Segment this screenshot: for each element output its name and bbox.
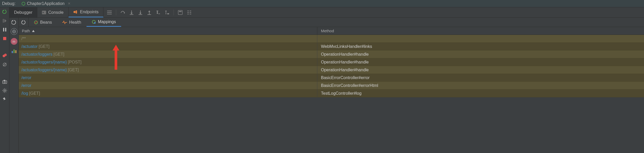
camera-icon[interactable] [2, 79, 7, 84]
cell-method: WebMvcLinksHandler#links [317, 44, 644, 49]
cell-method: BasicErrorController#errorHtml [317, 83, 644, 88]
health-icon [62, 21, 67, 24]
table-row[interactable]: /actuator/loggers/{name} [GET] Operation… [19, 66, 644, 74]
table-row[interactable]: /actuator/loggers/{name} [POST] Operatio… [19, 58, 644, 66]
svg-line-20 [3, 89, 4, 90]
svg-marker-69 [32, 30, 35, 32]
svg-marker-24 [3, 97, 7, 101]
run-config-name: Chapter1Application [27, 1, 65, 6]
svg-point-27 [73, 11, 76, 13]
svg-rect-12 [3, 81, 7, 84]
tab-health-label: Health [69, 20, 81, 25]
pin-icon[interactable] [2, 97, 7, 102]
refresh-endpoints-button[interactable] [11, 20, 17, 25]
layout-icon[interactable] [107, 10, 112, 15]
tab-debugger[interactable]: Debugger [9, 7, 37, 17]
resume-button[interactable] [2, 18, 7, 23]
svg-rect-5 [3, 28, 4, 31]
mute-breakpoints-button[interactable] [2, 62, 7, 67]
stop-button[interactable] [2, 36, 7, 41]
table-row[interactable]: /actuator [GET] WebMvcLinksHandler#links [19, 43, 644, 50]
svg-rect-7 [3, 37, 6, 40]
tab-console[interactable]: Console [37, 7, 69, 17]
cell-verb: [GET] [68, 68, 79, 72]
rerun-button[interactable] [2, 9, 7, 15]
breakpoints-button[interactable] [2, 53, 7, 58]
evaluate-icon[interactable] [178, 10, 183, 15]
svg-marker-35 [131, 13, 133, 14]
mappings-table: Beans Health Mappings Path [19, 18, 644, 153]
svg-point-68 [94, 22, 96, 24]
step-over-icon[interactable] [120, 10, 125, 15]
debug-controls-gutter [0, 7, 9, 153]
main-area: Debugger Console Endpoints [0, 7, 644, 153]
table-row[interactable]: /log [GET] TestLogController#log [19, 90, 644, 97]
separator [116, 10, 116, 15]
tab-mappings[interactable]: Mappings [86, 18, 121, 27]
svg-line-21 [6, 92, 6, 92]
step-into-icon[interactable] [129, 10, 134, 15]
tab-mappings-label: Mappings [98, 20, 116, 24]
refresh-table-button[interactable] [19, 18, 29, 27]
run-configuration-tab[interactable]: Chapter1Application ✕ [19, 1, 73, 7]
table-row[interactable]: /error BasicErrorController#errorHtml [19, 82, 644, 90]
svg-point-14 [4, 81, 5, 83]
table-row[interactable]: /error BasicErrorController#error [19, 74, 644, 82]
tab-beans[interactable]: Beans [29, 18, 57, 27]
svg-rect-6 [5, 28, 6, 31]
toolbar-icons [103, 7, 191, 17]
cell-path: /log [21, 91, 28, 96]
close-icon[interactable]: ✕ [68, 2, 71, 5]
cell-verb: [GET] [29, 91, 40, 96]
tab-endpoints[interactable]: Endpoints [69, 7, 103, 17]
svg-rect-44 [157, 12, 158, 14]
title-bar: Debug: Chapter1Application ✕ [0, 0, 644, 7]
m-icon[interactable]: m [11, 38, 17, 45]
svg-marker-46 [165, 11, 167, 12]
svg-marker-41 [148, 10, 150, 12]
globe-icon[interactable] [11, 28, 17, 35]
step-out-icon[interactable] [147, 10, 152, 15]
svg-marker-43 [156, 11, 158, 12]
tab-beans-label: Beans [40, 20, 52, 25]
inner-row: m Beans Health [9, 18, 644, 153]
cell-path: /actuator/loggers/{name} [21, 68, 67, 72]
svg-marker-4 [4, 19, 7, 23]
cell-verb: [POST] [68, 60, 81, 65]
beans-icon [34, 20, 38, 24]
tool-tabs: Debugger Console Endpoints [9, 7, 644, 18]
endpoints-icon [73, 10, 78, 14]
pause-button[interactable] [2, 27, 7, 32]
cell-path: /actuator [21, 44, 38, 49]
svg-rect-63 [15, 50, 16, 53]
svg-marker-38 [139, 13, 141, 14]
settings-icon[interactable] [2, 88, 7, 93]
svg-rect-62 [14, 49, 15, 53]
svg-rect-3 [3, 19, 4, 23]
svg-point-15 [4, 90, 5, 91]
table-row[interactable]: /actuator/loggers [GET] OperationHandler… [19, 50, 644, 58]
tab-health[interactable]: Health [57, 18, 86, 27]
table-row[interactable]: /** [19, 35, 644, 43]
tab-console-label: Console [48, 10, 64, 15]
cell-method: OperationHandler#handle [317, 52, 644, 57]
separator [174, 10, 174, 15]
cell-method: OperationHandler#handle [317, 68, 644, 72]
sort-asc-icon [32, 30, 35, 32]
column-header-path[interactable]: Path [19, 27, 317, 35]
trace-icon[interactable] [187, 10, 191, 15]
table-body: /** /actuator [GET] WebMvcLinksHandler#l… [19, 35, 644, 153]
cell-verb: [GET] [53, 52, 64, 57]
drop-frame-icon[interactable] [156, 10, 160, 15]
svg-rect-61 [12, 51, 13, 53]
svg-line-23 [3, 92, 4, 92]
cell-path: /actuator/loggers [21, 52, 52, 57]
bars-icon[interactable] [11, 48, 17, 54]
cell-path: /error [21, 83, 31, 88]
run-to-cursor-icon[interactable] [165, 10, 169, 15]
force-step-into-icon[interactable] [138, 10, 143, 15]
rerun-icon [21, 2, 26, 6]
tab-debugger-label: Debugger [14, 10, 32, 15]
column-header-method[interactable]: Method [317, 29, 644, 33]
cell-verb: [GET] [39, 44, 49, 49]
